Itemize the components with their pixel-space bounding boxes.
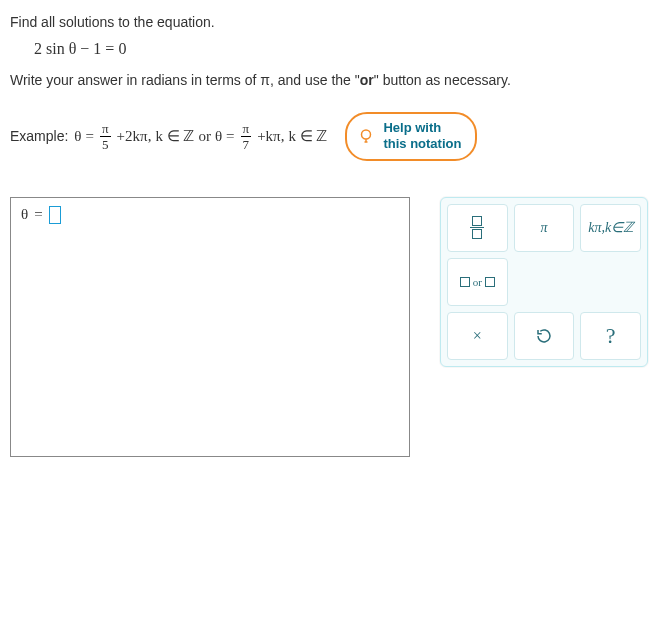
term-2: +kπ,: [257, 128, 284, 145]
or-icon: or: [460, 276, 495, 288]
fraction-1-denominator: 5: [100, 136, 111, 151]
answer-equals: =: [34, 206, 42, 223]
help-line-1: Help with: [383, 120, 461, 136]
fraction-2: π 7: [241, 122, 252, 151]
keypad: π kπ,k∈ℤ or × ?: [440, 197, 648, 367]
key-help[interactable]: ?: [580, 312, 641, 360]
answer-theta: θ: [21, 206, 28, 223]
x-icon: ×: [473, 327, 482, 345]
instruction-text-2: , and use the ": [270, 72, 360, 88]
instruction-text-3: " button as necessary.: [374, 72, 511, 88]
key-or[interactable]: or: [447, 258, 508, 306]
theta-symbol: θ: [74, 128, 81, 145]
fraction-2-numerator: π: [241, 122, 252, 136]
term-1: +2kπ,: [117, 128, 152, 145]
help-line-2: this notation: [383, 136, 461, 152]
example-expression: Example: θ = π 5 +2kπ, k ∈ ℤ or θ = π 7 …: [10, 122, 327, 151]
fraction-1: π 5: [100, 122, 111, 151]
fraction-2-denominator: 7: [241, 136, 252, 151]
equals-symbol-2: =: [226, 128, 234, 145]
fraction-icon: [470, 215, 484, 240]
lightbulb-icon: [357, 127, 375, 145]
work-area: θ = π kπ,k∈ℤ or ×: [10, 197, 650, 457]
equals-symbol: =: [86, 128, 94, 145]
equation: 2 sin θ − 1 = 0: [34, 40, 650, 58]
svg-point-0: [362, 130, 371, 139]
key-fraction[interactable]: [447, 204, 508, 252]
answer-box[interactable]: θ =: [10, 197, 410, 457]
example-label: Example:: [10, 128, 68, 144]
theta-symbol-2: θ: [215, 128, 222, 145]
help-notation-button[interactable]: Help with this notation: [345, 112, 477, 161]
fraction-1-numerator: π: [100, 122, 111, 136]
key-clear[interactable]: ×: [447, 312, 508, 360]
example-row: Example: θ = π 5 +2kπ, k ∈ ℤ or θ = π 7 …: [10, 112, 650, 161]
answer-input-placeholder[interactable]: [49, 206, 61, 224]
k-in-z-1: k ∈ ℤ: [155, 127, 194, 145]
key-reset[interactable]: [514, 312, 575, 360]
key-pi[interactable]: π: [514, 204, 575, 252]
pi-symbol: π: [260, 72, 270, 88]
reset-icon: [535, 327, 553, 345]
question-prompt: Find all solutions to the equation.: [10, 14, 650, 30]
question-icon: ?: [606, 323, 616, 349]
k-in-z-2: k ∈ ℤ: [288, 127, 327, 145]
or-bold: or: [360, 72, 374, 88]
answer-line: θ =: [21, 206, 399, 224]
key-kpi-kz[interactable]: kπ,k∈ℤ: [580, 204, 641, 252]
help-text: Help with this notation: [383, 120, 461, 153]
or-text: or: [198, 128, 211, 145]
instruction-text: Write your answer in radians in terms of: [10, 72, 260, 88]
instruction: Write your answer in radians in terms of…: [10, 72, 650, 88]
